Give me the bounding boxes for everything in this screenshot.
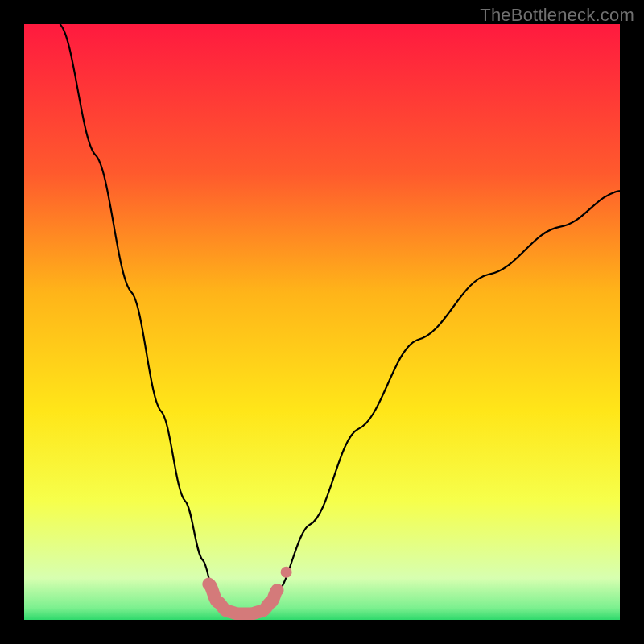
chart-curves	[24, 24, 620, 620]
curve-bottom	[208, 584, 277, 614]
curve-right	[275, 191, 620, 596]
curve-left	[60, 24, 214, 596]
chart-container	[24, 24, 620, 620]
highlight-dot	[281, 567, 292, 578]
watermark-text: TheBottleneck.com	[480, 5, 634, 26]
